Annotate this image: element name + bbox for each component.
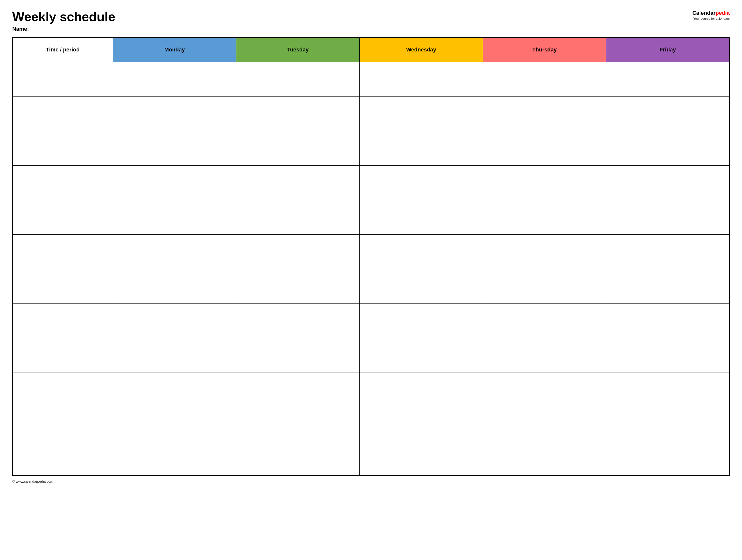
schedule-cell[interactable] (360, 269, 483, 303)
schedule-cell[interactable] (483, 441, 606, 475)
schedule-cell[interactable] (606, 200, 730, 234)
schedule-cell[interactable] (360, 234, 483, 269)
table-row (12, 441, 730, 475)
schedule-cell[interactable] (360, 165, 483, 200)
schedule-cell[interactable] (606, 165, 730, 200)
table-row (12, 62, 730, 97)
schedule-cell[interactable] (483, 131, 606, 165)
schedule-cell[interactable] (483, 165, 606, 200)
schedule-cell[interactable] (483, 62, 606, 97)
schedule-cell[interactable] (113, 407, 236, 441)
schedule-cell[interactable] (360, 303, 483, 338)
schedule-cell[interactable] (483, 269, 606, 303)
logo-text: Calendarpedia (681, 10, 730, 16)
schedule-cell[interactable] (606, 234, 730, 269)
schedule-cell[interactable] (606, 441, 730, 475)
time-cell[interactable] (12, 407, 113, 441)
schedule-cell[interactable] (113, 200, 236, 234)
schedule-cell[interactable] (483, 97, 606, 131)
schedule-cell[interactable] (236, 338, 360, 372)
title-section: Weekly schedule Name: (12, 10, 681, 32)
time-cell[interactable] (12, 131, 113, 165)
schedule-cell[interactable] (606, 131, 730, 165)
col-header-time: Time / period (12, 38, 113, 62)
schedule-cell[interactable] (113, 97, 236, 131)
table-row (12, 97, 730, 131)
schedule-cell[interactable] (113, 131, 236, 165)
time-cell[interactable] (12, 234, 113, 269)
schedule-cell[interactable] (483, 338, 606, 372)
footer: © www.calendarpedia.com (12, 480, 730, 484)
col-header-monday: Monday (113, 38, 236, 62)
col-header-wednesday: Wednesday (360, 38, 483, 62)
schedule-cell[interactable] (113, 165, 236, 200)
schedule-cell[interactable] (113, 441, 236, 475)
table-row (12, 234, 730, 269)
schedule-cell[interactable] (360, 441, 483, 475)
schedule-cell[interactable] (236, 200, 360, 234)
time-cell[interactable] (12, 269, 113, 303)
schedule-cell[interactable] (483, 200, 606, 234)
schedule-cell[interactable] (606, 303, 730, 338)
schedule-cell[interactable] (236, 303, 360, 338)
schedule-cell[interactable] (360, 62, 483, 97)
schedule-cell[interactable] (236, 131, 360, 165)
schedule-cell[interactable] (113, 234, 236, 269)
schedule-cell[interactable] (236, 97, 360, 131)
schedule-cell[interactable] (483, 407, 606, 441)
logo-pedia: pedia (716, 10, 730, 16)
schedule-cell[interactable] (236, 234, 360, 269)
time-cell[interactable] (12, 338, 113, 372)
schedule-cell[interactable] (360, 131, 483, 165)
schedule-cell[interactable] (606, 62, 730, 97)
schedule-cell[interactable] (113, 338, 236, 372)
schedule-cell[interactable] (113, 303, 236, 338)
time-cell[interactable] (12, 303, 113, 338)
schedule-cell[interactable] (236, 165, 360, 200)
schedule-cell[interactable] (483, 234, 606, 269)
name-label: Name: (12, 26, 681, 32)
schedule-cell[interactable] (236, 62, 360, 97)
schedule-body (12, 62, 730, 475)
schedule-cell[interactable] (236, 269, 360, 303)
logo-section: Calendarpedia Your source for calendars (681, 10, 730, 20)
schedule-cell[interactable] (360, 338, 483, 372)
schedule-cell[interactable] (483, 372, 606, 407)
time-cell[interactable] (12, 372, 113, 407)
schedule-cell[interactable] (360, 200, 483, 234)
schedule-cell[interactable] (113, 269, 236, 303)
schedule-cell[interactable] (606, 97, 730, 131)
schedule-cell[interactable] (236, 372, 360, 407)
page-header: Weekly schedule Name: Calendarpedia Your… (12, 10, 730, 32)
logo-tagline: Your source for calendars (681, 17, 730, 20)
schedule-cell[interactable] (606, 338, 730, 372)
schedule-table: Time / period Monday Tuesday Wednesday T… (12, 37, 730, 476)
schedule-cell[interactable] (236, 407, 360, 441)
schedule-cell[interactable] (113, 62, 236, 97)
schedule-cell[interactable] (360, 407, 483, 441)
table-row (12, 407, 730, 441)
table-row (12, 372, 730, 407)
time-cell[interactable] (12, 165, 113, 200)
table-row (12, 131, 730, 165)
time-cell[interactable] (12, 97, 113, 131)
schedule-cell[interactable] (606, 372, 730, 407)
table-row (12, 165, 730, 200)
schedule-cell[interactable] (360, 372, 483, 407)
time-cell[interactable] (12, 62, 113, 97)
col-header-friday: Friday (606, 38, 730, 62)
table-header-row: Time / period Monday Tuesday Wednesday T… (12, 38, 730, 62)
schedule-cell[interactable] (236, 441, 360, 475)
time-cell[interactable] (12, 200, 113, 234)
table-row (12, 303, 730, 338)
schedule-cell[interactable] (360, 97, 483, 131)
schedule-cell[interactable] (606, 407, 730, 441)
footer-url: © www.calendarpedia.com (12, 480, 53, 484)
page-title: Weekly schedule (12, 10, 681, 24)
table-row (12, 338, 730, 372)
time-cell[interactable] (12, 441, 113, 475)
schedule-cell[interactable] (606, 269, 730, 303)
schedule-cell[interactable] (483, 303, 606, 338)
schedule-cell[interactable] (113, 372, 236, 407)
table-row (12, 269, 730, 303)
